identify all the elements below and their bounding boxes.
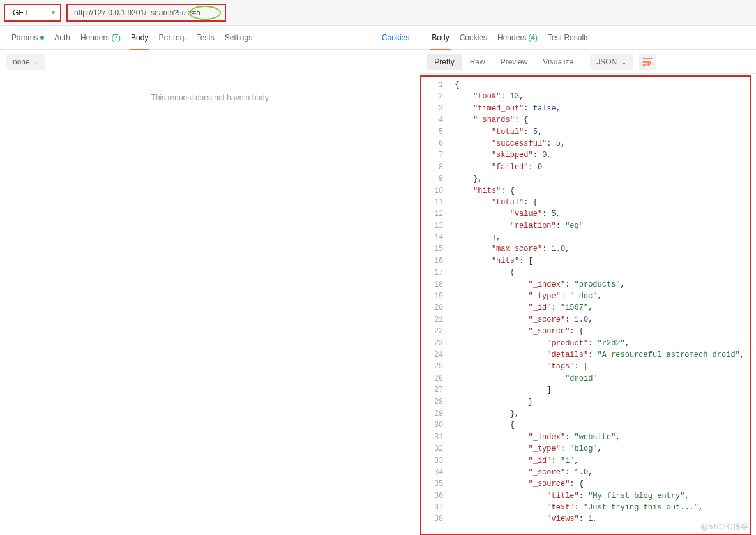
resp-tab-cookies-label: Cookies — [460, 33, 487, 42]
empty-body-message: This request does not have a body — [0, 93, 420, 102]
request-top-bar: GET ▾ http://127.0.0.1:9201/_search?size… — [0, 0, 756, 26]
resp-tab-cookies[interactable]: Cookies — [455, 26, 492, 49]
view-raw[interactable]: Raw — [462, 54, 493, 70]
chevron-down-icon: ⌄ — [621, 57, 627, 66]
url-text: http://127.0.0.1:9201/_search?size=5 — [74, 8, 200, 17]
resp-tab-test-results-label: Test Results — [548, 33, 589, 42]
body-type-label: none — [13, 57, 30, 66]
line-gutter: 1234567891011121314151617181920212223242… — [421, 77, 450, 528]
chevron-down-icon: ⌄ — [34, 59, 39, 65]
tab-tests[interactable]: Tests — [192, 26, 220, 49]
response-toolbar: Pretty Raw Preview Visualize JSON ⌄ — [420, 50, 756, 74]
format-select[interactable]: JSON ⌄ — [590, 54, 633, 70]
resp-tab-body-label: Body — [432, 33, 449, 42]
status-dot-icon — [40, 36, 44, 40]
body-toolbar: none ⌄ — [0, 50, 420, 74]
tab-tests-label: Tests — [197, 33, 215, 42]
request-tabs: Params Auth Headers(7) Body Pre-req. Tes… — [0, 26, 420, 50]
view-visualize[interactable]: Visualize — [535, 54, 581, 70]
tab-auth[interactable]: Auth — [49, 26, 75, 49]
tab-params[interactable]: Params — [6, 26, 49, 49]
response-body[interactable]: 1234567891011121314151617181920212223242… — [420, 75, 751, 535]
tab-auth-label: Auth — [54, 33, 70, 42]
tab-settings-label: Settings — [225, 33, 252, 42]
request-pane: Params Auth Headers(7) Body Pre-req. Tes… — [0, 26, 420, 535]
response-pane: Body Cookies Headers(4) Test Results Pre… — [420, 26, 756, 535]
response-tabs: Body Cookies Headers(4) Test Results — [420, 26, 756, 50]
tab-prereq-label: Pre-req. — [158, 33, 186, 42]
tab-headers-label: Headers — [80, 33, 109, 42]
chevron-down-icon: ▾ — [52, 9, 55, 16]
code-content: { "took": 13, "timed_out": false, "_shar… — [450, 77, 750, 528]
format-label: JSON — [596, 57, 617, 66]
tab-headers-count: (7) — [111, 33, 121, 42]
http-method-label: GET — [13, 8, 29, 17]
http-method-select[interactable]: GET ▾ — [4, 4, 61, 22]
resp-tab-body[interactable]: Body — [427, 26, 454, 49]
wrap-lines-button[interactable] — [639, 54, 656, 70]
body-type-select[interactable]: none ⌄ — [6, 54, 45, 70]
cookies-link[interactable]: Cookies — [382, 33, 413, 42]
tab-body[interactable]: Body — [126, 26, 153, 49]
resp-tab-test-results[interactable]: Test Results — [543, 26, 594, 49]
wrap-lines-icon — [642, 57, 653, 66]
resp-tab-headers-count: (4) — [528, 33, 538, 42]
view-preview[interactable]: Preview — [493, 54, 536, 70]
url-input[interactable]: http://127.0.0.1:9201/_search?size=5 — [66, 4, 226, 22]
resp-tab-headers-label: Headers — [497, 33, 526, 42]
tab-params-label: Params — [11, 33, 38, 42]
tab-body-label: Body — [131, 33, 148, 42]
resp-tab-headers[interactable]: Headers(4) — [492, 26, 543, 49]
tab-settings[interactable]: Settings — [220, 26, 257, 49]
tab-headers[interactable]: Headers(7) — [75, 26, 126, 49]
tab-prereq[interactable]: Pre-req. — [153, 26, 191, 49]
view-pretty[interactable]: Pretty — [427, 54, 462, 70]
